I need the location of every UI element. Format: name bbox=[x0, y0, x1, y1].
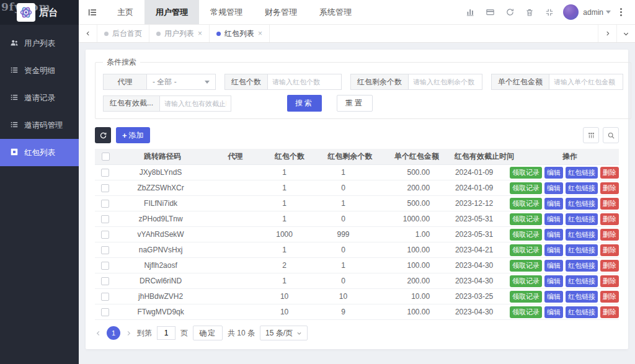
goto-confirm-button[interactable]: 确定 bbox=[193, 326, 223, 340]
claim-records-button[interactable]: 领取记录 bbox=[510, 229, 542, 241]
packet-link-button[interactable]: 红包链接 bbox=[566, 182, 598, 194]
edit-button[interactable]: 编辑 bbox=[544, 182, 563, 194]
row-checkbox[interactable] bbox=[101, 308, 109, 316]
tab-user-list[interactable]: 用户列表 bbox=[149, 25, 210, 42]
row-checkbox[interactable] bbox=[101, 246, 109, 254]
add-button[interactable]: 添加 bbox=[116, 127, 150, 143]
deadline-input[interactable] bbox=[159, 95, 231, 112]
claim-records-button[interactable]: 领取记录 bbox=[510, 213, 542, 225]
delete-button[interactable]: 删除 bbox=[600, 244, 619, 256]
packet-link-button[interactable]: 红包链接 bbox=[566, 306, 598, 318]
edit-button[interactable]: 编辑 bbox=[544, 167, 563, 179]
delete-button[interactable]: 删除 bbox=[600, 291, 619, 303]
close-icon[interactable] bbox=[258, 30, 262, 37]
claim-records-button[interactable]: 领取记录 bbox=[510, 167, 542, 179]
claim-records-button[interactable]: 领取记录 bbox=[510, 260, 542, 272]
packet-link-button[interactable]: 红包链接 bbox=[566, 244, 598, 256]
delete-button[interactable]: 删除 bbox=[600, 213, 619, 225]
sidebar-item-invite-records[interactable]: 邀请记录 bbox=[0, 84, 79, 112]
goto-page-input[interactable] bbox=[157, 326, 175, 340]
tab-label: 用户列表 bbox=[164, 29, 194, 39]
sidebar-item-user-list[interactable]: 用户列表 bbox=[0, 30, 79, 57]
reset-button[interactable]: 重置 bbox=[337, 95, 373, 112]
tabs-menu-button[interactable] bbox=[616, 25, 635, 42]
agent-select[interactable]: - 全部 - bbox=[146, 74, 216, 90]
compress-icon[interactable] bbox=[540, 8, 559, 17]
search-button[interactable]: 搜索 bbox=[287, 95, 322, 112]
table-search-button[interactable] bbox=[603, 127, 619, 143]
edit-button[interactable]: 编辑 bbox=[544, 198, 563, 210]
delete-button[interactable]: 删除 bbox=[600, 275, 619, 287]
columns-toggle-button[interactable] bbox=[583, 127, 599, 143]
delete-button[interactable]: 删除 bbox=[600, 306, 619, 318]
edit-button[interactable]: 编辑 bbox=[544, 229, 563, 241]
topnav-item-home[interactable]: 主页 bbox=[106, 0, 144, 24]
topnav-item-general-mgmt[interactable]: 常规管理 bbox=[199, 0, 254, 24]
row-checkbox[interactable] bbox=[101, 215, 109, 223]
avatar[interactable] bbox=[563, 4, 579, 20]
topnav-item-finance-mgmt[interactable]: 财务管理 bbox=[254, 0, 308, 24]
user-menu[interactable]: admin bbox=[583, 8, 611, 17]
top-header: 主页 用户管理 常规管理 财务管理 系统管理 bbox=[79, 0, 635, 25]
table-header: 跳转路径码 代理 红包个数 红包剩余个数 单个红包金额 红包有效截止时间 操作 bbox=[95, 149, 619, 165]
trash-icon[interactable] bbox=[520, 8, 540, 17]
claim-records-button[interactable]: 领取记录 bbox=[510, 182, 542, 194]
packet-link-button[interactable]: 红包链接 bbox=[566, 167, 598, 179]
edit-button[interactable]: 编辑 bbox=[544, 306, 563, 318]
current-page-button[interactable]: 1 bbox=[107, 326, 120, 340]
packet-remain-input[interactable] bbox=[408, 74, 482, 90]
edit-button[interactable]: 编辑 bbox=[544, 244, 563, 256]
tabs-scroll-left-button[interactable] bbox=[79, 25, 97, 42]
delete-button[interactable]: 删除 bbox=[600, 198, 619, 210]
kebab-menu-icon[interactable] bbox=[613, 11, 629, 13]
sidebar-item-fund-details[interactable]: 资金明细 bbox=[0, 57, 79, 84]
edit-button[interactable]: 编辑 bbox=[544, 213, 563, 225]
packet-link-button[interactable]: 红包链接 bbox=[566, 229, 598, 241]
delete-button[interactable]: 删除 bbox=[600, 167, 619, 179]
topnav-item-system-mgmt[interactable]: 系统管理 bbox=[308, 0, 363, 24]
packet-count-input[interactable] bbox=[267, 74, 342, 90]
topnav-item-user-mgmt[interactable]: 用户管理 bbox=[144, 0, 199, 24]
next-page-button[interactable] bbox=[125, 330, 132, 337]
claim-records-button[interactable]: 领取记录 bbox=[510, 244, 542, 256]
edit-button[interactable]: 编辑 bbox=[544, 291, 563, 303]
delete-button[interactable]: 删除 bbox=[600, 229, 619, 241]
edit-button[interactable]: 编辑 bbox=[544, 260, 563, 272]
chart-icon[interactable] bbox=[460, 7, 480, 17]
card-icon[interactable] bbox=[480, 7, 500, 17]
row-checkbox[interactable] bbox=[101, 262, 109, 270]
per-page-select[interactable]: 15 条/页 bbox=[260, 326, 308, 340]
refresh-icon[interactable] bbox=[500, 7, 520, 17]
edit-button[interactable]: 编辑 bbox=[544, 275, 563, 287]
claim-records-button[interactable]: 领取记录 bbox=[510, 275, 542, 287]
refresh-button[interactable] bbox=[95, 127, 111, 143]
select-all-checkbox[interactable] bbox=[102, 153, 110, 161]
sidebar-item-red-packet-list[interactable]: 红包列表 bbox=[0, 139, 79, 166]
row-checkbox[interactable] bbox=[101, 293, 109, 301]
packet-link-button[interactable]: 红包链接 bbox=[566, 260, 598, 272]
claim-records-button[interactable]: 领取记录 bbox=[510, 306, 542, 318]
row-checkbox[interactable] bbox=[101, 231, 109, 239]
delete-button[interactable]: 删除 bbox=[600, 182, 619, 194]
delete-button[interactable]: 删除 bbox=[600, 260, 619, 272]
row-checkbox[interactable] bbox=[101, 184, 109, 192]
close-icon[interactable] bbox=[198, 30, 202, 37]
packet-link-button[interactable]: 红包链接 bbox=[566, 198, 598, 210]
claim-records-button[interactable]: 领取记录 bbox=[510, 291, 542, 303]
packet-amount-input[interactable] bbox=[549, 74, 623, 90]
sidebar-collapse-button[interactable] bbox=[79, 0, 106, 24]
packet-link-button[interactable]: 红包链接 bbox=[566, 275, 598, 287]
tab-red-packet-list[interactable]: 红包列表 bbox=[210, 25, 270, 42]
tabs-scroll-right-button[interactable] bbox=[598, 25, 616, 42]
packet-link-button[interactable]: 红包链接 bbox=[566, 291, 598, 303]
row-checkbox[interactable] bbox=[101, 277, 109, 285]
cell-remain: 999 bbox=[311, 227, 375, 242]
sidebar-item-invite-codes[interactable]: 邀请码管理 bbox=[0, 112, 79, 139]
claim-records-button[interactable]: 领取记录 bbox=[510, 198, 542, 210]
cell-code: vYAhRdSekW bbox=[115, 227, 206, 242]
prev-page-button[interactable] bbox=[95, 330, 102, 337]
row-checkbox[interactable] bbox=[101, 200, 109, 208]
row-checkbox[interactable] bbox=[101, 169, 109, 177]
packet-link-button[interactable]: 红包链接 bbox=[566, 213, 598, 225]
tab-admin-home[interactable]: 后台首页 bbox=[97, 25, 149, 42]
